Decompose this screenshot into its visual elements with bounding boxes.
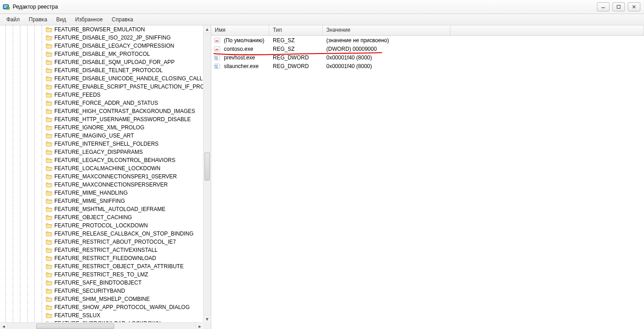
folder-icon [45, 108, 53, 114]
minimize-button[interactable] [597, 2, 610, 11]
folder-icon [45, 149, 53, 155]
tree-item-label: FEATURE_RELEASE_CALLBACK_ON_STOP_BINDING [54, 231, 194, 237]
app-icon [3, 3, 10, 10]
tree-item[interactable]: FEATURE_RESTRICT_ACTIVEXINSTALL [0, 246, 203, 254]
tree-item[interactable]: FEATURE_DISABLE_TELNET_PROTOCOL [0, 66, 203, 74]
tree-item[interactable]: FEATURE_OBJECT_CACHING [0, 213, 203, 221]
tree-item[interactable]: FEATURE_LEGACY_DLCONTROL_BEHAVIORS [0, 156, 203, 164]
cell-type: REG_SZ [269, 46, 323, 52]
tree-item[interactable]: FEATURE_PROTOCOL_LOCKDOWN [0, 221, 203, 230]
title-bar: Редактор реестра [0, 0, 644, 14]
list-row[interactable]: prevhost.exeREG_DWORD0x00001f40 (8000) [211, 53, 644, 62]
tree-item-label: FEATURE_DISABLE_TELNET_PROTOCOL [54, 67, 163, 74]
tree-item[interactable]: FEATURE_BROWSER_EMULATION [0, 25, 203, 34]
list-pane[interactable]: Имя Тип Значение (По умолчанию)REG_SZ(зн… [211, 25, 644, 329]
column-header-type[interactable]: Тип [269, 25, 323, 35]
tree-item-label: FEATURE_SAFE_BINDTOOBJECT [54, 280, 141, 286]
tree-item[interactable]: FEATURE_LOCALMACHINE_LOCKDOWN [0, 164, 203, 172]
tree-item-label: FEATURE_RESTRICT_ABOUT_PROTOCOL_IE7 [54, 239, 176, 245]
tree-item[interactable]: FEATURE_SSLUX [0, 311, 203, 319]
folder-icon [45, 312, 53, 319]
tree-item[interactable]: FEATURE_SAFE_BINDTOOBJECT [0, 279, 203, 287]
folder-icon [45, 83, 53, 90]
tree-item[interactable]: FEATURE_RESTRICT_OBJECT_DATA_ATTRIBUTE [0, 262, 203, 270]
column-header-spacer [450, 25, 644, 35]
folder-icon [45, 214, 53, 221]
window-title: Редактор реестра [13, 4, 58, 10]
menu-favorites[interactable]: Избранное [72, 15, 107, 24]
tree-item[interactable]: FEATURE_MIME_SNIFFING [0, 197, 203, 205]
tree-item-label: FEATURE_SSLUX [54, 312, 100, 319]
cell-name: prevhost.exe [220, 54, 269, 61]
menu-help[interactable]: Справка [108, 15, 137, 24]
folder-icon [45, 34, 53, 41]
tree-item[interactable]: FEATURE_MSHTML_AUTOLOAD_IEFRAME [0, 205, 203, 213]
tree-item[interactable]: FEATURE_RELEASE_CALLBACK_ON_STOP_BINDING [0, 230, 203, 238]
folder-icon [45, 59, 53, 65]
tree-pane[interactable]: FEATURE_BROWSER_EMULATIONFEATURE_DISABLE… [0, 25, 211, 329]
cell-name: (По умолчанию) [220, 37, 269, 44]
tree-horizontal-scrollbar[interactable]: ◂ ▸ [0, 322, 203, 329]
maximize-button[interactable] [612, 2, 625, 11]
scroll-down-icon[interactable]: ▾ [203, 315, 211, 323]
tree-item[interactable]: FEATURE_MAXCONNECTIONSPERSERVER [0, 181, 203, 189]
tree-item-label: FEATURE_LEGACY_DISPPARAMS [54, 149, 143, 155]
tree-item[interactable]: FEATURE_FORCE_ADDR_AND_STATUS [0, 99, 203, 107]
tree-item[interactable]: FEATURE_DISABLE_SQM_UPLOAD_FOR_APP [0, 58, 203, 66]
list-row[interactable]: contoso.exeREG_SZ(DWORD) 00009000 [211, 44, 644, 53]
tree-item-label: FEATURE_HIGH_CONTRAST_BACKGROUND_IMAGES [54, 108, 195, 114]
folder-icon [45, 296, 53, 302]
reg-sz-icon [211, 37, 220, 44]
tree-item[interactable]: FEATURE_DISABLE_MK_PROTOCOL [0, 50, 203, 58]
tree-item[interactable]: FEATURE_DISABLE_UNICODE_HANDLE_CLOSING_C… [0, 74, 203, 83]
tree-item[interactable]: FEATURE_ENABLE_SCRIPT_PASTE_URLACTION_IF… [0, 83, 203, 91]
list-row[interactable]: (По умолчанию)REG_SZ(значение не присвое… [211, 36, 644, 44]
scroll-hthumb[interactable] [36, 324, 114, 329]
tree-item[interactable]: FEATURE_LEGACY_DISPPARAMS [0, 148, 203, 156]
menu-edit[interactable]: Правка [25, 15, 51, 24]
tree-item[interactable]: FEATURE_DISABLE_LEGACY_COMPRESSION [0, 42, 203, 50]
tree-item-label: FEATURE_IMAGING_USE_ART [54, 133, 134, 139]
svg-rect-10 [617, 5, 620, 9]
tree-item-label: FEATURE_FORCE_ADDR_AND_STATUS [54, 100, 158, 106]
tree-item[interactable]: FEATURE_RESTRICT_ABOUT_PROTOCOL_IE7 [0, 238, 203, 246]
tree-item-label: FEATURE_DISABLE_ISO_2022_JP_SNIFFING [54, 34, 171, 41]
folder-icon [45, 43, 53, 49]
folder-icon [45, 304, 53, 310]
scroll-left-icon[interactable]: ◂ [0, 323, 8, 329]
tree-item[interactable]: FEATURE_SHIM_MSHELP_COMBINE [0, 295, 203, 303]
tree-item-label: FEATURE_BROWSER_EMULATION [54, 26, 145, 33]
tree-item-label: FEATURE_DISABLE_MK_PROTOCOL [54, 51, 150, 57]
list-row[interactable]: sllauncher.exeREG_DWORD0x00001f40 (8000) [211, 62, 644, 70]
cell-value: 0x00001f40 (8000) [323, 63, 450, 69]
tree-item[interactable]: FEATURE_IMAGING_USE_ART [0, 132, 203, 140]
folder-icon [45, 173, 53, 180]
tree-vertical-scrollbar[interactable]: ▴ ▾ [203, 25, 211, 323]
tree-item-label: FEATURE_DISABLE_UNICODE_HANDLE_CLOSING_C… [54, 75, 203, 82]
tree-item[interactable]: FEATURE_SECURITYBAND [0, 287, 203, 295]
tree-item[interactable]: FEATURE_RESTRICT_RES_TO_LMZ [0, 270, 203, 279]
scroll-up-icon[interactable]: ▴ [203, 25, 211, 33]
folder-icon [45, 198, 53, 204]
tree-item[interactable]: FEATURE_HTTP_USERNAME_PASSWORD_DISABLE [0, 115, 203, 123]
tree-item[interactable]: FEATURE_DISABLE_ISO_2022_JP_SNIFFING [0, 34, 203, 42]
folder-icon [45, 247, 53, 253]
tree-item[interactable]: FEATURE_HIGH_CONTRAST_BACKGROUND_IMAGES [0, 107, 203, 115]
tree-item[interactable]: FEATURE_FEEDS [0, 91, 203, 99]
column-header-value[interactable]: Значение [323, 25, 450, 35]
tree-item[interactable]: FEATURE_MAXCONNECTIONSPER1_0SERVER [0, 172, 203, 181]
menu-file[interactable]: Файл [3, 15, 24, 24]
close-button[interactable] [628, 2, 640, 11]
folder-icon [45, 116, 53, 123]
column-header-name[interactable]: Имя [211, 25, 269, 35]
tree-item[interactable]: FEATURE_SHOW_APP_PROTOCOL_WARN_DIALOG [0, 303, 203, 311]
scroll-right-icon[interactable]: ▸ [196, 323, 203, 329]
tree-item[interactable]: FEATURE_RESTRICT_FILEDOWNLOAD [0, 254, 203, 262]
cell-value: 0x00001f40 (8000) [323, 54, 450, 61]
tree-item[interactable]: FEATURE_MIME_HANDLING [0, 189, 203, 197]
menu-view[interactable]: Вид [53, 15, 70, 24]
tree-item[interactable]: FEATURE_INTERNET_SHELL_FOLDERS [0, 140, 203, 148]
tree-item[interactable]: FEATURE_IGNORE_XML_PROLOG [0, 123, 203, 132]
scroll-thumb[interactable] [204, 152, 210, 181]
folder-icon [45, 206, 53, 212]
